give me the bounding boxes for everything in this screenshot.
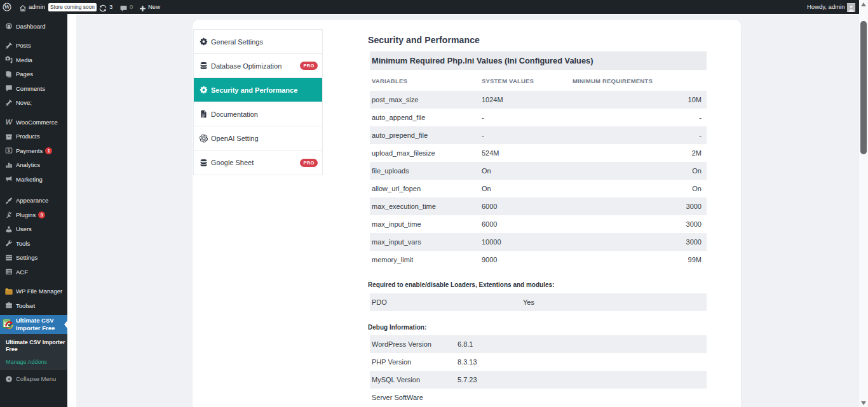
svg-text:W: W [4, 4, 10, 10]
svg-text:$: $ [8, 148, 10, 153]
